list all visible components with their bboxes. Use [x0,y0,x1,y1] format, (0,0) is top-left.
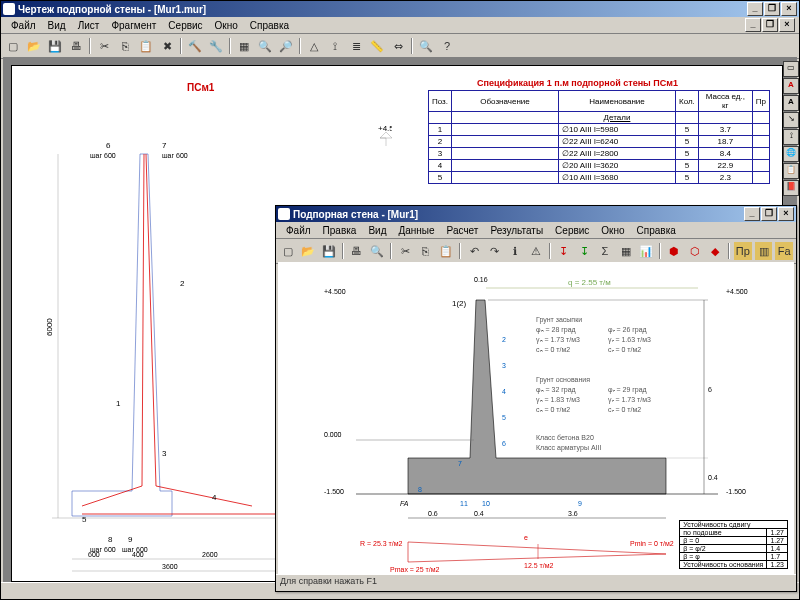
paste-icon[interactable]: 📋 [136,36,156,56]
maximize-button[interactable]: ❐ [761,207,777,221]
svg-text:шаг 600: шаг 600 [162,152,188,159]
new-icon[interactable]: ▢ [278,241,298,261]
svg-text:FA: FA [400,500,409,507]
sec-titlebar[interactable]: Подпорная стена - [Mur1] _ ❐ × [276,206,796,222]
minimize-button[interactable]: _ [747,2,763,16]
svg-text:8: 8 [418,486,422,493]
chart-icon[interactable]: ▦ [234,36,254,56]
sec-client-area: +4.500 +4.500 0.000 -1.500 -1.500 q = 2.… [278,262,794,575]
mdi-minimize-button[interactable]: _ [745,18,761,32]
grid-icon[interactable]: ▦ [616,241,636,261]
chart-icon[interactable]: 📊 [636,241,656,261]
menu-file[interactable]: Файл [5,19,42,32]
menu-help[interactable]: Справка [631,224,682,237]
calc-icon[interactable]: Σ [595,241,615,261]
menu-calc[interactable]: Расчет [441,224,485,237]
menu-sheet[interactable]: Лист [72,19,106,32]
t-pr-icon[interactable]: Пр [733,241,753,261]
svg-text:φₙ = 32 градφᵣ = 29 град: φₙ = 32 градφᵣ = 29 град [536,386,647,394]
delete-icon[interactable]: ✖ [157,36,177,56]
menu-results[interactable]: Результаты [484,224,549,237]
redo-icon[interactable]: ↷ [485,241,505,261]
menu-help[interactable]: Справка [244,19,295,32]
t-pl-icon[interactable]: ▥ [754,241,774,261]
menu-window[interactable]: Окно [209,19,244,32]
menu-data[interactable]: Данные [392,224,440,237]
table-row: β = φ/21.4 [680,545,788,553]
print-icon[interactable]: 🖶 [66,36,86,56]
mdi-restore-button[interactable]: ❐ [762,18,778,32]
mdi-close-button[interactable]: × [779,18,795,32]
menu-service[interactable]: Сервис [549,224,595,237]
separator-icon [411,38,413,54]
cut-icon[interactable]: ✂ [94,36,114,56]
warn-icon[interactable]: ⚠ [526,241,546,261]
copy-icon[interactable]: ⎘ [115,36,135,56]
menu-file[interactable]: Файл [280,224,317,237]
main-titlebar[interactable]: Чертеж подпорной стены - [Mur1.mur] _ ❐ … [1,1,799,17]
sec-title: Подпорная стена - [Mur1] [293,209,744,220]
separator-icon [229,38,231,54]
menu-edit[interactable]: Правка [317,224,363,237]
close-button[interactable]: × [781,2,797,16]
palette-paste-icon[interactable]: 📋 [783,163,799,179]
menu-view[interactable]: Вид [362,224,392,237]
open-icon[interactable]: 📂 [24,36,44,56]
t-fa-icon[interactable]: Fa [774,241,794,261]
svg-text:7: 7 [162,141,167,150]
minimize-button[interactable]: _ [744,207,760,221]
zoom-in-icon[interactable]: 🔍 [255,36,275,56]
spec-col-mass: Масса ед., кг [698,91,752,112]
ruler-icon[interactable]: 📏 [367,36,387,56]
palette-text2-icon[interactable]: A [783,95,799,111]
r2-icon[interactable]: ⬡ [685,241,705,261]
sec-statusbar: Для справки нажать F1 [276,574,796,591]
svg-text:e: e [524,534,528,541]
palette-arrow-icon[interactable]: ↘ [783,112,799,128]
open-icon[interactable]: 📂 [299,241,319,261]
save-icon[interactable]: 💾 [319,241,339,261]
undo-icon[interactable]: ↶ [464,241,484,261]
svg-text:φₙ = 28 градφᵣ = 26 град: φₙ = 28 градφᵣ = 26 град [536,326,647,334]
close-button[interactable]: × [778,207,794,221]
table-row: 4∅20 AIII l=3620522.9 [429,160,770,172]
palette-book-icon[interactable]: 📕 [783,180,799,196]
svg-text:7: 7 [458,460,462,467]
print-icon[interactable]: 🖶 [347,241,367,261]
menu-view[interactable]: Вид [42,19,72,32]
copy-icon[interactable]: ⎘ [416,241,436,261]
paste-icon[interactable]: 📋 [437,241,457,261]
menu-service[interactable]: Сервис [162,19,208,32]
svg-text:5: 5 [502,414,506,421]
hammer-icon[interactable]: 🔨 [185,36,205,56]
palette-globe-icon[interactable]: 🌐 [783,146,799,162]
maximize-button[interactable]: ❐ [764,2,780,16]
find-icon[interactable]: 🔍 [416,36,436,56]
svg-text:6: 6 [708,386,712,393]
info-icon[interactable]: ℹ [506,241,526,261]
load-icon[interactable]: ↧ [554,241,574,261]
help-icon[interactable]: ? [437,36,457,56]
save-icon[interactable]: 💾 [45,36,65,56]
palette-text-icon[interactable]: A [783,78,799,94]
preview-icon[interactable]: 🔍 [368,241,388,261]
menu-window[interactable]: Окно [595,224,630,237]
survey-icon[interactable]: ⟟ [325,36,345,56]
palette-survey-icon[interactable]: ⟟ [783,129,799,145]
zoom-out-icon[interactable]: 🔎 [276,36,296,56]
wrench-icon[interactable]: 🔧 [206,36,226,56]
palette-select-icon[interactable]: ▭ [783,61,799,77]
r3-icon[interactable]: ◆ [705,241,725,261]
spec-title: Спецификация 1 п.м подпорной стены ПСм1 [477,78,678,88]
new-icon[interactable]: ▢ [3,36,23,56]
cut-icon[interactable]: ✂ [395,241,415,261]
r1-icon[interactable]: ⬢ [664,241,684,261]
dim-icon[interactable]: ⇔ [388,36,408,56]
svg-text:0.4: 0.4 [474,510,484,517]
load2-icon[interactable]: ↧ [574,241,594,261]
angle-icon[interactable]: △ [304,36,324,56]
layers-icon[interactable]: ≣ [346,36,366,56]
separator-icon [180,38,182,54]
svg-text:cₙ = 0 т/м2cᵣ = 0 т/м2: cₙ = 0 т/м2cᵣ = 0 т/м2 [536,346,641,353]
menu-fragment[interactable]: Фрагмент [105,19,162,32]
